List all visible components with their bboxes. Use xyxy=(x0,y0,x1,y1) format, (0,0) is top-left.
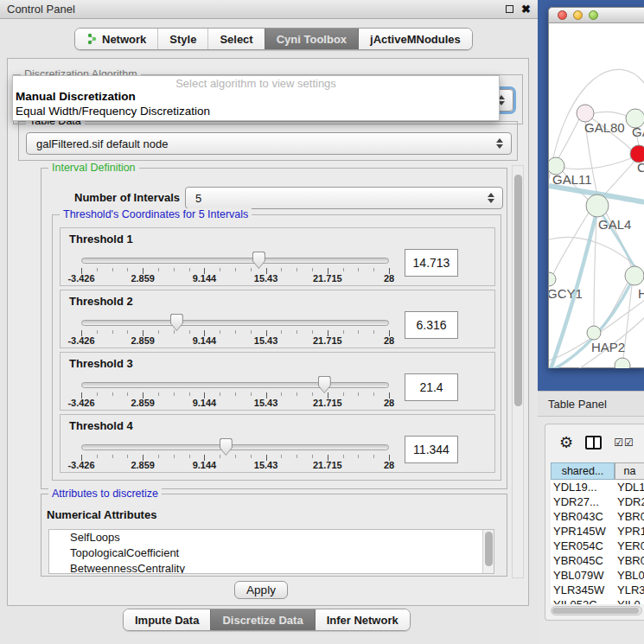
float-panel-icon[interactable] xyxy=(506,5,513,13)
slider-track[interactable] xyxy=(81,258,389,264)
table-cell: YBR0 xyxy=(615,509,644,524)
slider-track[interactable] xyxy=(81,382,389,388)
network-node-gcy1[interactable] xyxy=(549,272,556,286)
tick-mark xyxy=(220,455,220,458)
table-data-group: Table Data galFiltered.sif default node xyxy=(18,121,518,161)
node-table[interactable]: shared...naYDL19...YDL1YDR27...YDR2YBR04… xyxy=(551,462,644,604)
tick-mark xyxy=(251,330,252,334)
algorithm-option-manual[interactable]: Manual Discretization xyxy=(16,90,136,103)
network-node-gal4[interactable] xyxy=(586,194,609,217)
tick-label: -3.426 xyxy=(67,398,94,408)
table-row[interactable]: YBR045CYBR0 xyxy=(551,553,644,568)
slider-track[interactable] xyxy=(81,444,389,450)
table-hscroll-thumb[interactable] xyxy=(552,608,639,614)
network-edge[interactable] xyxy=(564,158,631,169)
checkbox-icons[interactable]: ☑☑ xyxy=(614,437,634,449)
table-row[interactable]: YIL052CYIL0 xyxy=(551,597,644,604)
apply-button[interactable]: Apply xyxy=(234,581,288,599)
tick-mark xyxy=(296,330,297,334)
numerical-attributes-list[interactable]: SelfLoopsTopologicalCoefficientBetweenne… xyxy=(48,529,494,574)
tick-mark xyxy=(312,268,313,271)
threshold-value-field[interactable]: 11.344 xyxy=(405,436,458,463)
thresholds-group: Threshold's Coordinates for 5 Intervals … xyxy=(52,214,501,481)
slider-handle[interactable] xyxy=(220,438,233,456)
bottom-tab-discretize-data[interactable]: Discretize Data xyxy=(210,609,314,630)
table-row[interactable]: YDR27...YDR2 xyxy=(551,494,644,509)
table-row[interactable]: YPR145WYPR1 xyxy=(551,524,644,539)
attribute-list-item[interactable]: SelfLoops xyxy=(49,530,494,545)
attributes-scrollbar[interactable] xyxy=(482,530,494,574)
tab-cyni-toolbox[interactable]: Cyni Toolbox xyxy=(265,29,358,49)
threshold-value-field[interactable]: 6.316 xyxy=(405,311,458,339)
attribute-list-item[interactable]: BetweennessCentrality xyxy=(49,561,494,574)
table-horizontal-scrollbar[interactable] xyxy=(551,606,642,615)
columns-icon[interactable] xyxy=(585,436,602,450)
network-node-h[interactable] xyxy=(625,266,644,285)
node-label: GA xyxy=(632,124,644,139)
table-header-shared-name[interactable]: shared... xyxy=(551,462,615,480)
tick-mark xyxy=(235,268,236,271)
table-row[interactable]: YBL079WYBL0 xyxy=(551,568,644,583)
network-window[interactable]: GAL80GACGAL11GAL4GCY1HHAP2 xyxy=(548,7,644,368)
network-node-gal80[interactable] xyxy=(577,105,594,122)
bottom-tab-infer-network[interactable]: Infer Network xyxy=(315,609,410,630)
threshold-value-field[interactable]: 21.4 xyxy=(405,373,458,401)
tick-label: 21.715 xyxy=(313,460,342,470)
network-canvas[interactable]: GAL80GACGAL11GAL4GCY1HHAP2 xyxy=(549,23,644,368)
network-window-titlebar[interactable] xyxy=(549,8,644,23)
zoom-traffic-light-icon[interactable] xyxy=(589,10,598,20)
slider-handle[interactable] xyxy=(170,314,183,331)
tab-jactivemnodules[interactable]: jActiveMNodules xyxy=(358,29,472,49)
network-edge[interactable] xyxy=(594,112,628,117)
tab-network[interactable]: Network xyxy=(75,29,157,49)
close-panel-icon[interactable]: ✖ xyxy=(521,3,531,15)
numerical-attributes-heading: Numerical Attributes xyxy=(47,508,156,521)
slider-track[interactable] xyxy=(81,320,389,326)
control-panel-titlebar[interactable]: Control Panel ✖ xyxy=(0,0,538,19)
threshold-value-field[interactable]: 14.713 xyxy=(405,249,458,277)
algorithm-dropdown-popup: Select algorithm to view settings Manual… xyxy=(12,75,500,121)
tab-style[interactable]: Style xyxy=(157,29,207,49)
network-edge[interactable] xyxy=(594,216,596,326)
control-panel-tab-bar: NetworkStyleSelectCyni ToolboxjActiveMNo… xyxy=(74,28,473,50)
table-data-combobox[interactable]: galFiltered.sif default node xyxy=(26,132,512,155)
tick-mark xyxy=(174,330,175,334)
table-row[interactable]: YLR345WYLR3 xyxy=(551,583,644,597)
table-header-name[interactable]: na xyxy=(615,462,644,480)
slider-handle[interactable] xyxy=(252,252,265,269)
tick-mark xyxy=(296,392,297,396)
tab-select[interactable]: Select xyxy=(207,29,264,49)
minimize-traffic-light-icon[interactable] xyxy=(573,10,583,20)
tick-label: 2.859 xyxy=(131,460,155,470)
tick-mark xyxy=(189,330,190,334)
table-row[interactable]: YDL19...YDL1 xyxy=(551,480,644,494)
close-traffic-light-icon[interactable] xyxy=(558,10,567,20)
bottom-tab-label: Impute Data xyxy=(135,614,199,627)
network-node-hap2[interactable] xyxy=(587,326,601,340)
tab-label: jActiveMNodules xyxy=(370,33,461,46)
tick-mark xyxy=(189,268,190,271)
attribute-list-item[interactable]: TopologicalCoefficient xyxy=(49,545,494,561)
tick-mark xyxy=(235,455,236,458)
tick-mark xyxy=(343,455,344,458)
table-panel-titlebar[interactable]: Table Panel xyxy=(538,391,644,417)
node-label: H xyxy=(638,286,644,301)
gear-icon[interactable]: ⚙ xyxy=(559,435,573,450)
network-node[interactable] xyxy=(615,358,630,368)
table-row[interactable]: YBR043CYBR0 xyxy=(551,509,644,524)
tick-mark xyxy=(97,268,98,271)
table-cell: YDL19... xyxy=(551,480,615,494)
control-panel: Control Panel ✖ NetworkStyleSelectCyni T… xyxy=(0,0,538,644)
tick-mark xyxy=(112,330,113,334)
slider-handle[interactable] xyxy=(318,376,331,393)
table-row[interactable]: YER054CYER0 xyxy=(551,539,644,553)
tick-mark xyxy=(127,455,128,458)
panel-scrollbar[interactable] xyxy=(512,165,524,578)
tick-mark xyxy=(158,268,159,271)
threshold-label: Threshold 2 xyxy=(69,295,133,308)
tick-mark xyxy=(235,330,236,334)
network-edge[interactable] xyxy=(558,119,579,159)
num-intervals-combobox[interactable]: 5 xyxy=(185,187,503,209)
bottom-tab-impute-data[interactable]: Impute Data xyxy=(124,609,210,630)
algorithm-option-equal-width[interactable]: Equal Width/Frequency Discretization xyxy=(16,105,210,118)
